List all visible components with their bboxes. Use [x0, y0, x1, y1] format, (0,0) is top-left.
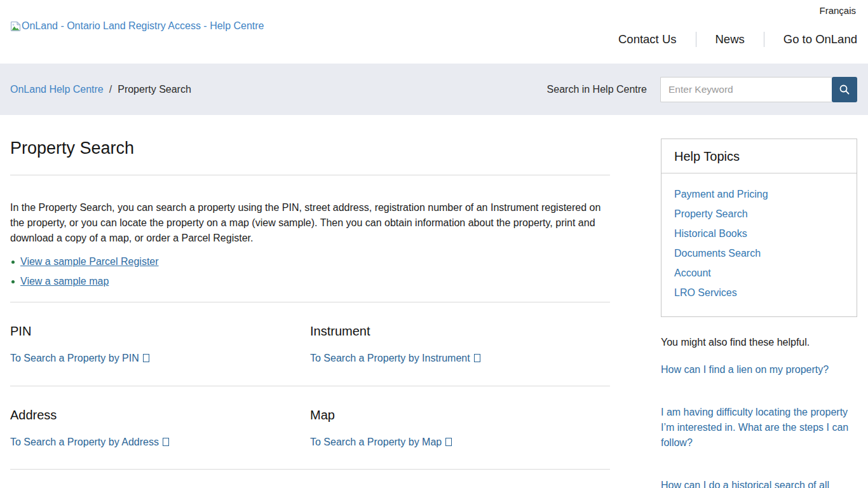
breadcrumb: OnLand Help Centre / Property Search [10, 84, 191, 95]
breadcrumb-current-page: Property Search [118, 84, 191, 95]
help-topics-header: Help Topics [661, 139, 857, 173]
search-by-pin-link[interactable]: To Search a Property by PIN [10, 353, 149, 364]
search-by-map-link[interactable]: To Search a Property by Map [310, 437, 452, 448]
top-navigation: Contact Us News Go to OnLand [599, 30, 858, 48]
link-label: To Search a Property by PIN [10, 353, 139, 363]
missing-glyph-icon [474, 354, 480, 362]
link-label: To Search a Property by Address [10, 437, 159, 447]
helpful-section: You might also find these helpful. How c… [661, 337, 857, 488]
section-pin: PIN To Search a Property by PIN [10, 302, 310, 364]
missing-glyph-icon [445, 438, 452, 446]
list-item: View a sample Parcel Register [10, 256, 610, 268]
content-area: Property Search In the Property Search, … [0, 115, 868, 488]
nav-contact-us[interactable]: Contact Us [599, 30, 696, 48]
helpful-link-locating-property[interactable]: I am having difficulty locating the prop… [661, 405, 857, 451]
search-icon [839, 84, 850, 95]
section-instrument: Instrument To Search a Property by Instr… [310, 302, 610, 364]
search-by-instrument-link[interactable]: To Search a Property by Instrument [310, 353, 480, 364]
sample-map-link[interactable]: View a sample map [20, 276, 109, 287]
helpful-link-lien[interactable]: How can I find a lien on my property? [661, 362, 857, 377]
sample-parcel-register-link[interactable]: View a sample Parcel Register [20, 256, 159, 267]
helpful-heading: You might also find these helpful. [661, 337, 857, 348]
missing-glyph-icon [143, 354, 149, 362]
sample-links-list: View a sample Parcel Register View a sam… [10, 256, 610, 287]
link-label: To Search a Property by Map [310, 437, 442, 447]
help-topics-box: Help Topics Payment and Pricing Property… [661, 139, 857, 317]
help-topics-list: Payment and Pricing Property Search Hist… [661, 173, 857, 316]
missing-glyph-icon [163, 438, 169, 446]
nav-news[interactable]: News [696, 30, 764, 48]
topic-property-search[interactable]: Property Search [674, 208, 844, 220]
topic-lro-services[interactable]: LRO Services [674, 287, 844, 299]
section-row-address-map: Address To Search a Property by Address … [10, 386, 610, 448]
topic-historical-books[interactable]: Historical Books [674, 228, 844, 240]
topic-documents-search[interactable]: Documents Search [674, 248, 844, 259]
help-topics-title: Help Topics [674, 149, 740, 163]
search-button[interactable] [832, 77, 857, 102]
topic-payment-and-pricing[interactable]: Payment and Pricing [674, 189, 844, 200]
topic-account[interactable]: Account [674, 268, 844, 279]
sidebar: Help Topics Payment and Pricing Property… [661, 115, 857, 488]
main-column: Property Search In the Property Search, … [10, 115, 610, 488]
page-header: Français OnLand - Ontario Land Registry … [0, 0, 868, 64]
search-by-address-link[interactable]: To Search a Property by Address [10, 437, 169, 448]
help-search: Search in Help Centre [547, 77, 857, 102]
section-heading: Instrument [310, 324, 610, 339]
section-heading: PIN [10, 324, 310, 339]
search-input[interactable] [660, 77, 832, 102]
section-heading: Map [310, 408, 610, 423]
section-map: Map To Search a Property by Map [310, 386, 610, 448]
section-address: Address To Search a Property by Address [10, 386, 310, 448]
broken-image-icon [10, 21, 21, 32]
section-heading: Address [10, 408, 310, 423]
link-label: To Search a Property by Instrument [310, 353, 470, 363]
divider [10, 175, 610, 175]
section-row-pin-instrument: PIN To Search a Property by PIN Instrume… [10, 302, 610, 364]
breadcrumb-search-bar: OnLand Help Centre / Property Search Sea… [0, 64, 868, 115]
intro-paragraph: In the Property Search, you can search a… [10, 200, 610, 246]
list-item: View a sample map [10, 276, 610, 287]
page-title: Property Search [10, 139, 610, 158]
search-label: Search in Help Centre [547, 84, 647, 95]
logo-alt-text: OnLand - Ontario Land Registry Access - … [22, 20, 264, 32]
breadcrumb-home-link[interactable]: OnLand Help Centre [10, 84, 104, 95]
helpful-link-historical-search[interactable]: How can I do a historical search of all [661, 478, 857, 488]
site-logo[interactable]: OnLand - Ontario Land Registry Access - … [10, 20, 264, 32]
language-toggle-link[interactable]: Français [819, 5, 856, 16]
divider [10, 469, 610, 470]
breadcrumb-separator: / [109, 84, 112, 95]
nav-go-to-onland[interactable]: Go to OnLand [764, 30, 858, 48]
